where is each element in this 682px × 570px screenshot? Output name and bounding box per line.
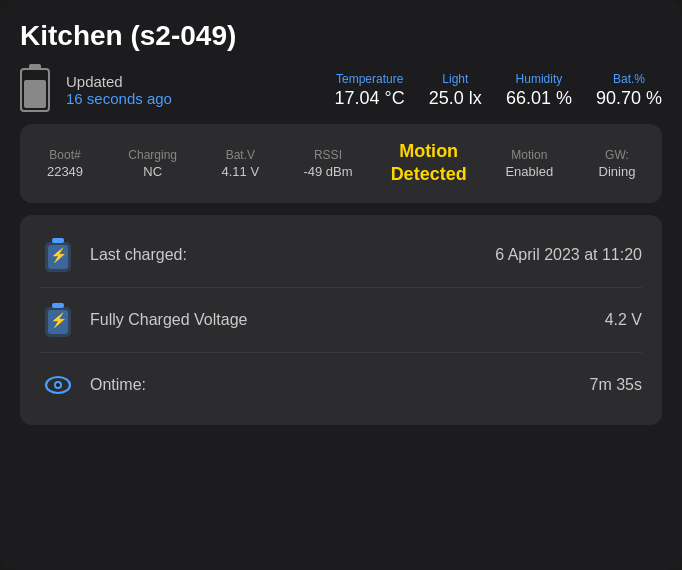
battery-charge-icon: ⚡ bbox=[44, 238, 72, 272]
battery-charge-icon: ⚡ bbox=[44, 303, 72, 337]
sensor-label: Light bbox=[442, 72, 468, 86]
middle-grid: Boot# 22349 Charging NC Bat.V 4.11 V RSS… bbox=[40, 140, 642, 187]
sensor-item: Bat.% 90.70 % bbox=[596, 72, 662, 109]
sensor-value: 66.01 % bbox=[506, 88, 572, 109]
sensor-label: Bat.% bbox=[613, 72, 645, 86]
row-icon bbox=[40, 367, 76, 403]
batv-value: 4.11 V bbox=[222, 164, 260, 179]
charging-value: NC bbox=[143, 164, 162, 179]
row-value: 6 April 2023 at 11:20 bbox=[495, 246, 642, 264]
row-label: Ontime: bbox=[90, 376, 590, 394]
sensor-item: Temperature 17.04 °C bbox=[335, 72, 405, 109]
boot-value: 22349 bbox=[47, 164, 83, 179]
updated-time: 16 seconds ago bbox=[66, 90, 172, 107]
gw-item: GW: Dining bbox=[592, 148, 642, 179]
sensor-item: Light 25.0 lx bbox=[429, 72, 482, 109]
device-title: Kitchen (s2-049) bbox=[20, 20, 662, 52]
row-icon: ⚡ bbox=[40, 302, 76, 338]
boot-item: Boot# 22349 bbox=[40, 148, 90, 179]
eye-icon bbox=[44, 374, 72, 396]
row-value: 4.2 V bbox=[605, 311, 642, 329]
row-label: Last charged: bbox=[90, 246, 495, 264]
gw-label: GW: bbox=[605, 148, 629, 162]
charging-label: Charging bbox=[128, 148, 177, 162]
row-value: 7m 35s bbox=[590, 376, 642, 394]
batv-label: Bat.V bbox=[226, 148, 255, 162]
rssi-value: -49 dBm bbox=[303, 164, 352, 179]
top-info-row: Updated 16 seconds ago Temperature 17.04… bbox=[20, 68, 662, 112]
updated-label: Updated bbox=[66, 73, 172, 90]
boot-label: Boot# bbox=[49, 148, 80, 162]
motion-status-label: Motion bbox=[511, 148, 547, 162]
sensor-value: 25.0 lx bbox=[429, 88, 482, 109]
sensor-item: Humidity 66.01 % bbox=[506, 72, 572, 109]
row-icon: ⚡ bbox=[40, 237, 76, 273]
bottom-panel: ⚡ Last charged: 6 April 2023 at 11:20 ⚡ … bbox=[20, 215, 662, 425]
gw-value: Dining bbox=[599, 164, 636, 179]
device-card: Kitchen (s2-049) Updated 16 seconds ago … bbox=[0, 0, 682, 570]
sensor-label: Humidity bbox=[516, 72, 563, 86]
battery-icon bbox=[20, 68, 50, 112]
detail-row: ⚡ Last charged: 6 April 2023 at 11:20 bbox=[40, 223, 642, 288]
sensor-value: 17.04 °C bbox=[335, 88, 405, 109]
charging-item: Charging NC bbox=[128, 148, 178, 179]
batv-item: Bat.V 4.11 V bbox=[215, 148, 265, 179]
rssi-item: RSSI -49 dBm bbox=[303, 148, 353, 179]
svg-text:⚡: ⚡ bbox=[50, 247, 68, 264]
row-label: Fully Charged Voltage bbox=[90, 311, 605, 329]
motion-detected-item: MotionDetected bbox=[391, 140, 467, 187]
detail-row: ⚡ Fully Charged Voltage 4.2 V bbox=[40, 288, 642, 353]
sensor-label: Temperature bbox=[336, 72, 403, 86]
sensors-grid: Temperature 17.04 °C Light 25.0 lx Humid… bbox=[335, 72, 662, 109]
motion-status-value: Enabled bbox=[505, 164, 553, 179]
middle-panel: Boot# 22349 Charging NC Bat.V 4.11 V RSS… bbox=[20, 124, 662, 203]
sensor-value: 90.70 % bbox=[596, 88, 662, 109]
motion-detected-text: MotionDetected bbox=[391, 140, 467, 187]
detail-row: Ontime: 7m 35s bbox=[40, 353, 642, 417]
svg-point-10 bbox=[56, 383, 60, 387]
updated-block: Updated 16 seconds ago bbox=[66, 73, 172, 107]
motion-status-item: Motion Enabled bbox=[504, 148, 554, 179]
rssi-label: RSSI bbox=[314, 148, 342, 162]
svg-text:⚡: ⚡ bbox=[50, 312, 68, 329]
